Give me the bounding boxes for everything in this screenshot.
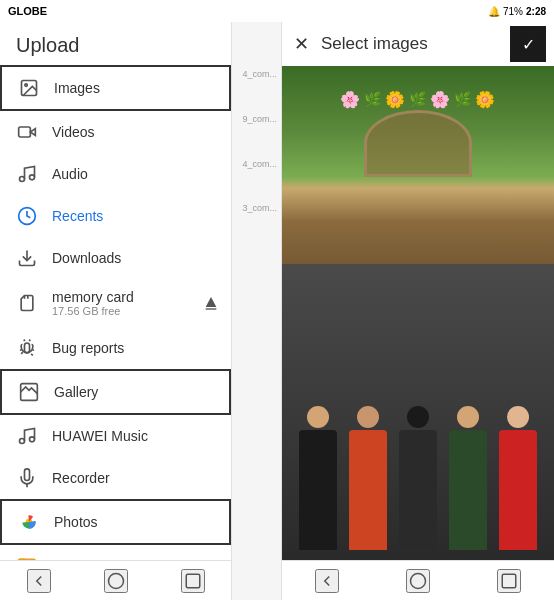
svg-point-14 xyxy=(30,437,35,442)
person-3 xyxy=(394,390,442,550)
recorder-icon xyxy=(16,467,38,489)
carrier-label: GLOBE xyxy=(8,5,47,17)
person-5-body xyxy=(499,430,537,550)
file-item-2: 9_com... xyxy=(242,112,277,127)
svg-rect-2 xyxy=(19,127,31,137)
home-button[interactable] xyxy=(104,569,128,593)
svg-point-1 xyxy=(25,84,27,87)
right-recent-button[interactable] xyxy=(497,569,521,593)
person-2 xyxy=(344,390,392,550)
person-4 xyxy=(444,390,492,550)
person-1-head xyxy=(307,406,329,428)
photo-bottom-bg xyxy=(282,264,554,560)
right-back-button[interactable] xyxy=(315,569,339,593)
confirm-button[interactable]: ✓ xyxy=(510,26,546,62)
person-3-body xyxy=(399,430,437,550)
image-area: 🌸🌿 🌼🌿 🌸🌿 🌼 xyxy=(282,66,554,560)
person-3-head xyxy=(407,406,429,428)
audio-icon xyxy=(16,163,38,185)
person-5-head xyxy=(507,406,529,428)
menu-item-files[interactable]: Files xyxy=(0,545,231,560)
right-panel: ✕ Select images ✓ 🌸🌿 🌼🌿 🌸🌿 🌼 xyxy=(282,22,554,600)
status-right: 🔔 71% 2:28 xyxy=(488,6,546,17)
menu-item-recents[interactable]: Recents xyxy=(0,195,231,237)
middle-panel: 4_com... 9_com... 4_com... 3_com... xyxy=(232,22,282,600)
sd-card-icon xyxy=(16,292,38,314)
menu-item-bug-reports[interactable]: Bug reports xyxy=(0,327,231,369)
people-row xyxy=(282,264,554,560)
files-label: Files xyxy=(52,558,82,560)
file-item-1: 4_com... xyxy=(242,67,277,82)
bug-reports-label: Bug reports xyxy=(52,340,124,356)
recorder-label: Recorder xyxy=(52,470,110,486)
back-button[interactable] xyxy=(27,569,51,593)
images-label: Images xyxy=(54,80,100,96)
clock-icon xyxy=(16,205,38,227)
menu-item-images[interactable]: Images xyxy=(0,65,231,111)
downloads-label: Downloads xyxy=(52,250,121,266)
video-icon xyxy=(16,121,38,143)
download-icon xyxy=(16,247,38,269)
file-item-3: 4_com... xyxy=(242,157,277,172)
menu-item-audio[interactable]: Audio xyxy=(0,153,231,195)
menu-item-gallery[interactable]: Gallery xyxy=(0,369,231,415)
close-button[interactable]: ✕ xyxy=(290,29,313,59)
menu-list: Images Videos Audio xyxy=(0,65,231,560)
svg-marker-10 xyxy=(206,297,217,307)
svg-rect-25 xyxy=(502,574,516,588)
huawei-music-label: HUAWEI Music xyxy=(52,428,148,444)
battery-label: 71% xyxy=(503,6,523,17)
left-panel: Upload Images Videos xyxy=(0,22,232,600)
person-5 xyxy=(494,390,542,550)
menu-item-recorder[interactable]: Recorder xyxy=(0,457,231,499)
status-bar: GLOBE 🔔 71% 2:28 xyxy=(0,0,554,22)
time-label: 2:28 xyxy=(526,6,546,17)
photo-scene: 🌸🌿 🌼🌿 🌸🌿 🌼 xyxy=(282,66,554,560)
menu-item-huawei-music[interactable]: HUAWEI Music xyxy=(0,415,231,457)
svg-point-24 xyxy=(410,573,425,588)
right-home-button[interactable] xyxy=(406,569,430,593)
nav-bar-left xyxy=(0,560,231,600)
svg-rect-11 xyxy=(206,308,217,309)
memory-card-text: memory card 17.56 GB free xyxy=(52,289,134,317)
recent-button[interactable] xyxy=(181,569,205,593)
main-container: Upload Images Videos xyxy=(0,22,554,600)
person-1 xyxy=(294,390,342,550)
svg-point-4 xyxy=(20,177,25,182)
recents-label: Recents xyxy=(52,208,103,224)
person-4-head xyxy=(457,406,479,428)
gallery-icon xyxy=(18,381,40,403)
status-left: GLOBE xyxy=(8,5,47,17)
right-header: ✕ Select images ✓ xyxy=(282,22,554,66)
svg-rect-23 xyxy=(186,574,200,588)
gallery-label: Gallery xyxy=(54,384,98,400)
svg-rect-21 xyxy=(19,559,36,560)
nav-bar-right xyxy=(282,560,554,600)
videos-label: Videos xyxy=(52,124,95,140)
file-item-4: 3_com... xyxy=(242,201,277,216)
photo-top-bg: 🌸🌿 🌼🌿 🌸🌿 🌼 xyxy=(282,66,554,288)
svg-point-13 xyxy=(20,439,25,444)
svg-point-22 xyxy=(108,573,123,588)
eject-icon xyxy=(203,295,219,311)
alarm-icon: 🔔 xyxy=(488,6,500,17)
person-2-head xyxy=(357,406,379,428)
photos-icon xyxy=(18,511,40,533)
bug-icon xyxy=(16,337,38,359)
photos-label: Photos xyxy=(54,514,98,530)
select-images-title: Select images xyxy=(313,34,510,54)
music-icon xyxy=(16,425,38,447)
upload-header: Upload xyxy=(0,22,231,65)
svg-point-5 xyxy=(30,175,35,180)
menu-item-photos[interactable]: Photos xyxy=(0,499,231,545)
person-4-body xyxy=(449,430,487,550)
menu-item-memory-card[interactable]: memory card 17.56 GB free xyxy=(0,279,231,327)
audio-label: Audio xyxy=(52,166,88,182)
person-1-body xyxy=(299,430,337,550)
files-icon xyxy=(16,555,38,560)
menu-item-videos[interactable]: Videos xyxy=(0,111,231,153)
image-icon xyxy=(18,77,40,99)
menu-item-downloads[interactable]: Downloads xyxy=(0,237,231,279)
person-2-body xyxy=(349,430,387,550)
